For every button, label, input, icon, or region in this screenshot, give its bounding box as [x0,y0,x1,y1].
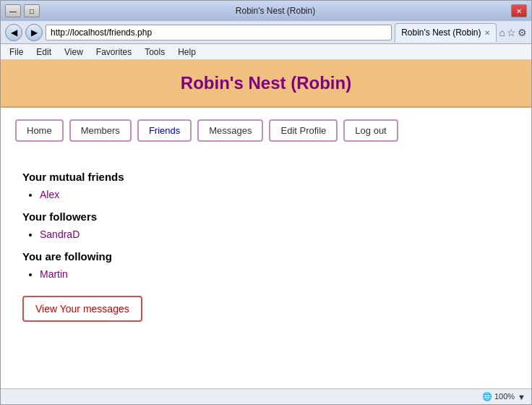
list-item: Alex [40,189,510,200]
mutual-friend-alex[interactable]: Alex [40,189,59,200]
forward-button[interactable]: ▶ [25,24,43,41]
back-button[interactable]: ◀ [5,24,22,41]
zoom-level: 🌐 100% [482,392,515,401]
followers-list: SandraD [22,229,510,240]
browser-window: — □ Robin's Nest (Robin) ✕ ◀ ▶ Robin's N… [0,0,532,405]
nav-logout[interactable]: Log out [343,119,398,142]
window-title: Robin's Nest (Robin) [43,6,508,16]
menu-item-favorites[interactable]: Favorites [90,46,137,59]
following-heading: You are following [22,250,510,263]
menu-item-file[interactable]: File [4,46,29,59]
list-item: SandraD [40,229,510,240]
minimize-button[interactable]: — [5,4,21,17]
follower-sandrad[interactable]: SandraD [40,229,80,240]
tab-title: Robin's Nest (Robin) [401,27,481,38]
menu-item-view[interactable]: View [59,46,89,59]
menu-item-help[interactable]: Help [172,46,202,59]
followers-heading: Your followers [22,210,510,223]
page-title: Robin's Nest (Robin) [181,73,351,93]
zoom-dropdown-icon[interactable]: ▼ [518,393,525,401]
home-icon[interactable]: ⌂ [499,27,505,38]
nav-edit-profile[interactable]: Edit Profile [269,119,338,142]
mutual-friends-list: Alex [22,189,510,200]
browser-tab[interactable]: Robin's Nest (Robin) ✕ [395,23,496,42]
nav-buttons: Home Members Friends Messages Edit Profi… [1,108,531,153]
title-bar: — □ Robin's Nest (Robin) ✕ [1,1,531,21]
tab-area: Robin's Nest (Robin) ✕ [395,23,496,42]
menu-bar: FileEditViewFavoritesToolsHelp [1,44,531,60]
tab-close-icon[interactable]: ✕ [484,29,490,37]
following-list: Martin [22,268,510,280]
status-bar: 🌐 100% ▼ [1,388,531,404]
nav-members[interactable]: Members [69,119,132,142]
main-content: Your mutual friends Alex Your followers … [1,153,531,336]
list-item: Martin [40,268,510,280]
address-bar: ◀ ▶ Robin's Nest (Robin) ✕ ⌂ ☆ ⚙ [1,21,531,44]
browser-content: Robin's Nest (Robin) Home Members Friend… [1,60,531,388]
menu-item-edit[interactable]: Edit [30,46,57,59]
nav-home[interactable]: Home [15,119,64,142]
address-icons: ⌂ ☆ ⚙ [499,27,527,38]
maximize-button[interactable]: □ [24,4,40,17]
menu-item-tools[interactable]: Tools [139,46,171,59]
nav-friends[interactable]: Friends [137,119,192,142]
gear-icon[interactable]: ⚙ [518,27,527,38]
nav-messages[interactable]: Messages [197,119,263,142]
view-messages-button[interactable]: View Your messages [22,296,142,322]
star-icon[interactable]: ☆ [507,27,516,38]
page-header: Robin's Nest (Robin) [1,60,531,108]
following-martin[interactable]: Martin [40,268,68,280]
mutual-friends-heading: Your mutual friends [22,171,510,183]
url-input[interactable] [46,25,392,40]
close-button[interactable]: ✕ [511,4,527,17]
